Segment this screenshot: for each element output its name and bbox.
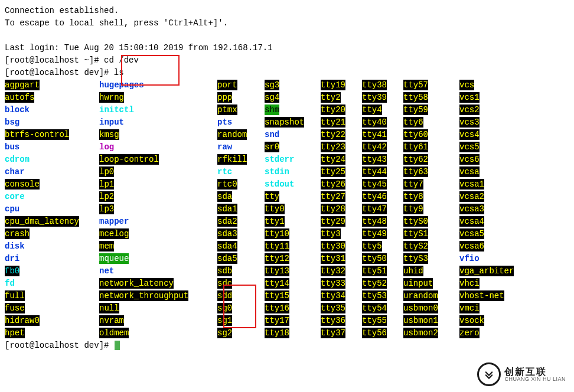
file-log: log bbox=[99, 142, 114, 152]
file-hugepages: hugepages bbox=[99, 80, 144, 90]
listing-cell: random bbox=[217, 129, 265, 141]
listing-cell: lp1 bbox=[99, 178, 217, 191]
listing-cell: urandom bbox=[403, 290, 459, 302]
file-mqueue: mqueue bbox=[99, 253, 129, 264]
listing-row: cpu_dma_latencymappersda2tty1tty29tty48t… bbox=[5, 215, 569, 228]
file-bus: bus bbox=[5, 142, 19, 152]
listing-cell: fuse bbox=[5, 302, 99, 315]
listing-cell: tty48 bbox=[362, 215, 403, 228]
file-ttyS2: ttyS2 bbox=[403, 241, 428, 251]
listing-cell: vcs2 bbox=[459, 104, 536, 116]
file-tty1: tty1 bbox=[265, 216, 285, 227]
listing-cell: network_latency bbox=[99, 277, 217, 290]
listing-row: drimqueuesda5tty12tty31tty50ttyS3vfio bbox=[5, 253, 569, 265]
conn-line: Connection established. bbox=[5, 5, 569, 17]
listing-cell: rtc0 bbox=[217, 178, 265, 191]
file-rtc: rtc bbox=[217, 166, 232, 177]
listing-cell: mem bbox=[99, 240, 217, 253]
file-dri: dri bbox=[5, 253, 19, 264]
file-vfio: vfio bbox=[459, 253, 480, 264]
file-tty4: tty4 bbox=[362, 104, 382, 115]
listing-cell: tty25 bbox=[321, 166, 362, 178]
file-rtc0: rtc0 bbox=[217, 179, 237, 190]
listing-cell: tty54 bbox=[362, 302, 403, 315]
file-tty17: tty17 bbox=[265, 315, 289, 326]
file-uinput: uinput bbox=[403, 278, 433, 289]
file-ttyS0: ttyS0 bbox=[403, 216, 428, 227]
file-tty21: tty21 bbox=[321, 117, 345, 128]
listing-cell: tty26 bbox=[321, 178, 362, 191]
lastlogin-line: Last login: Tue Aug 20 15:00:10 2019 fro… bbox=[5, 42, 569, 54]
listing-row: buslograwsr0tty23tty42tty61vcs5 bbox=[5, 141, 569, 153]
listing-cell: ttyS2 bbox=[403, 240, 459, 253]
file-tty35: tty35 bbox=[321, 303, 345, 313]
listing-row: crashmcelogsda3tty10tty3tty49ttyS1vcsa5 bbox=[5, 228, 569, 240]
listing-cell: tty41 bbox=[362, 129, 403, 141]
listing-cell: tty32 bbox=[321, 265, 362, 277]
listing-cell: rtc bbox=[217, 166, 265, 178]
listing-cell: tty13 bbox=[265, 265, 321, 277]
file-kmsg: kmsg bbox=[99, 129, 119, 140]
listing-cell: nvram bbox=[99, 315, 217, 327]
file-tty22: tty22 bbox=[321, 129, 345, 140]
file-tty52: tty52 bbox=[362, 278, 387, 289]
listing-cell: ppp bbox=[217, 92, 265, 104]
file-tty56: tty56 bbox=[362, 328, 387, 338]
listing-row: bsginputptssnapshottty21tty40tty6vcs3 bbox=[5, 116, 569, 129]
file-tty61: tty61 bbox=[403, 142, 428, 152]
listing-cell: tty34 bbox=[321, 290, 362, 302]
listing-cell: oldmem bbox=[99, 327, 217, 339]
file-tty57: tty57 bbox=[403, 80, 428, 90]
file-network_latency: network_latency bbox=[99, 278, 174, 289]
file-ppp: ppp bbox=[217, 92, 232, 103]
file-sg4: sg4 bbox=[265, 92, 279, 103]
listing-cell: pts bbox=[217, 116, 265, 129]
logo-icon bbox=[477, 362, 501, 386]
file-tty33: tty33 bbox=[321, 278, 345, 289]
file-tty50: tty50 bbox=[362, 253, 387, 264]
listing-cell: tty20 bbox=[321, 104, 362, 116]
listing-cell: autofs bbox=[5, 92, 99, 104]
listing-cell: dri bbox=[5, 253, 99, 265]
listing-cell: block bbox=[5, 104, 99, 116]
listing-row: charlp0rtcstdintty25tty44tty63vcsa bbox=[5, 166, 569, 178]
prompt-line-1[interactable]: [root@localhost ~]# cd /dev bbox=[5, 54, 569, 67]
prompt-line-3[interactable]: [root@localhost dev]# bbox=[5, 339, 569, 352]
file-sdb: sdb bbox=[217, 266, 232, 276]
file-ptmx: ptmx bbox=[217, 104, 237, 115]
file-random: random bbox=[217, 129, 247, 140]
file-rfkill: rfkill bbox=[217, 154, 247, 165]
file-vsock: vsock bbox=[459, 315, 484, 326]
file-tty32: tty32 bbox=[321, 266, 345, 276]
listing-cell: full bbox=[5, 290, 99, 302]
listing-cell: uhid bbox=[403, 265, 459, 277]
listing-cell: vcsa4 bbox=[459, 215, 536, 228]
listing-cell: network_throughput bbox=[99, 290, 217, 302]
listing-cell: tty21 bbox=[321, 116, 362, 129]
file-vcs: vcs bbox=[459, 80, 474, 90]
listing-cell: fb0 bbox=[5, 265, 99, 277]
file-console: console bbox=[5, 179, 40, 190]
listing-cell: tty60 bbox=[403, 129, 459, 141]
listing-cell: bus bbox=[5, 141, 99, 153]
prompt-line-2[interactable]: [root@localhost dev]# ls bbox=[5, 67, 569, 79]
file-tty18: tty18 bbox=[265, 328, 289, 338]
listing-row: fullnetwork_throughputsddtty15tty34tty53… bbox=[5, 290, 569, 302]
file-tty3: tty3 bbox=[321, 228, 341, 239]
file-port: port bbox=[217, 80, 237, 90]
file-tty9: tty9 bbox=[403, 204, 423, 214]
file-mcelog: mcelog bbox=[99, 228, 129, 239]
listing-cell: tty8 bbox=[403, 191, 459, 203]
file-fuse: fuse bbox=[5, 303, 25, 313]
listing-cell: null bbox=[99, 302, 217, 315]
file-hpet: hpet bbox=[5, 328, 25, 338]
listing-cell: lp2 bbox=[99, 191, 217, 203]
file-lp2: lp2 bbox=[99, 191, 114, 202]
listing-cell: kmsg bbox=[99, 129, 217, 141]
listing-cell: tty7 bbox=[403, 178, 459, 191]
file-tty13: tty13 bbox=[265, 266, 289, 276]
listing-cell: raw bbox=[217, 141, 265, 153]
listing-cell: tty56 bbox=[362, 327, 403, 339]
file-tty60: tty60 bbox=[403, 129, 428, 140]
file-tty40: tty40 bbox=[362, 117, 387, 128]
